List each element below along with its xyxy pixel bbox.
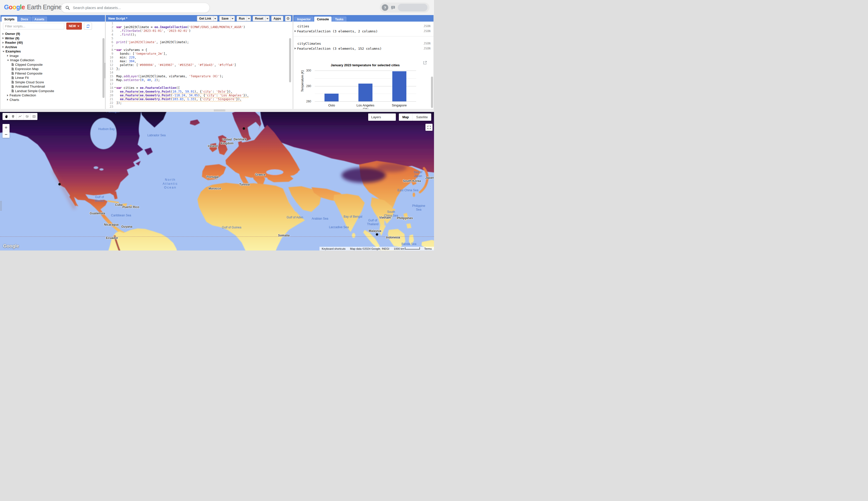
pan-hand-tool[interactable] bbox=[2, 113, 10, 120]
expand-arrow-icon[interactable] bbox=[7, 99, 8, 101]
tree-item-filtered-composite[interactable]: Filtered Composite bbox=[0, 71, 103, 76]
tree-item-image-collection[interactable]: Image Collection bbox=[0, 58, 103, 63]
console-collection-node[interactable]: FeatureCollection (3 elements, 2 columns… bbox=[293, 29, 433, 34]
tree-item-linear-fit[interactable]: Linear Fit bbox=[0, 76, 103, 80]
run-button[interactable]: Run bbox=[237, 16, 251, 21]
expand-arrow-icon[interactable] bbox=[7, 55, 8, 57]
console-scrollbar[interactable] bbox=[431, 76, 433, 108]
logo-letter: G bbox=[4, 3, 9, 11]
code-editor[interactable]: 12var jan2023Climate = ee.ImageCollectio… bbox=[106, 22, 290, 109]
json-badge[interactable]: JSON bbox=[423, 24, 430, 28]
bar-los-angeles[interactable] bbox=[358, 84, 373, 102]
google-map-watermark[interactable]: Google bbox=[3, 244, 19, 249]
layers-button[interactable]: Layers bbox=[368, 114, 396, 121]
code-line-15: 15Map.addLayer(jan2023Climate, visParams… bbox=[106, 75, 290, 78]
dropdown-caret[interactable] bbox=[231, 16, 234, 21]
map-resize-divider[interactable] bbox=[0, 109, 434, 112]
code-fold-icon[interactable] bbox=[114, 49, 116, 50]
json-badge[interactable]: JSON bbox=[423, 42, 430, 45]
scale-bar bbox=[405, 247, 420, 249]
equator-line bbox=[0, 236, 434, 237]
map-type-map[interactable]: Map bbox=[399, 114, 412, 121]
map-canvas[interactable]: PassagesHudson BayLabrador SeaNorth Atla… bbox=[0, 112, 434, 250]
refresh-scripts-button[interactable] bbox=[84, 23, 92, 30]
tab-tasks[interactable]: Tasks bbox=[332, 17, 346, 22]
polygon-tool[interactable] bbox=[24, 113, 31, 120]
tree-item-charts[interactable]: Charts bbox=[0, 98, 103, 102]
rectangle-tool[interactable] bbox=[31, 113, 38, 120]
expand-arrow-icon[interactable] bbox=[295, 30, 296, 32]
logo-letter: e bbox=[22, 3, 25, 11]
expand-arrow-icon[interactable] bbox=[2, 37, 4, 39]
expand-arrow-icon[interactable] bbox=[295, 47, 296, 50]
tree-item-feature-collection[interactable]: Feature Collection bbox=[0, 93, 103, 98]
tree-item-reader-40-[interactable]: Reader (40) bbox=[0, 40, 103, 45]
expand-arrow-icon[interactable] bbox=[2, 42, 4, 44]
tree-item-simple-cloud-score[interactable]: Simple Cloud Score bbox=[0, 80, 103, 85]
temperature-map-layer bbox=[0, 112, 434, 250]
placemark-tool[interactable] bbox=[10, 113, 17, 120]
feedback-icon[interactable] bbox=[391, 6, 395, 10]
bar-oslo[interactable] bbox=[324, 94, 338, 102]
collapse-arrow-icon[interactable] bbox=[2, 51, 4, 52]
zoom-out-button[interactable]: − bbox=[2, 131, 10, 138]
map-resize-handle[interactable] bbox=[214, 109, 225, 111]
geometry-drawing-toolbar bbox=[2, 113, 38, 120]
tree-item-writer-9-[interactable]: Writer (9) bbox=[0, 36, 103, 41]
dropdown-caret[interactable] bbox=[265, 16, 269, 21]
terms-link[interactable]: Terms bbox=[422, 247, 434, 250]
json-badge[interactable]: JSON bbox=[423, 29, 430, 33]
help-icon[interactable]: ? bbox=[382, 4, 388, 11]
search-input[interactable]: Search places and datasets... bbox=[61, 3, 210, 13]
fullscreen-button[interactable] bbox=[426, 124, 432, 131]
settings-gear-icon[interactable]: ⚙ bbox=[285, 16, 291, 21]
tab-docs[interactable]: Docs bbox=[18, 17, 31, 22]
file-icon bbox=[12, 85, 14, 88]
tab-console[interactable]: Console bbox=[314, 17, 332, 22]
tab-assets[interactable]: Assets bbox=[32, 17, 47, 22]
bar-singapore[interactable] bbox=[392, 71, 406, 102]
console-collection-node[interactable]: FeatureCollection (3 elements, 152 colum… bbox=[293, 46, 433, 51]
tab-scripts[interactable]: Scripts bbox=[1, 17, 17, 22]
json-badge[interactable]: JSON bbox=[423, 47, 430, 50]
chart-title: January 2023 temperature for selected ci… bbox=[314, 63, 416, 67]
filter-scripts-input[interactable] bbox=[3, 23, 64, 29]
collapse-arrow-icon[interactable] bbox=[7, 60, 9, 61]
expand-arrow-icon[interactable] bbox=[2, 33, 4, 35]
expand-arrow-icon[interactable] bbox=[7, 94, 8, 96]
button-label: Reset bbox=[253, 17, 265, 20]
tree-item-landsat-simple-composite[interactable]: Landsat Simple Composite bbox=[0, 89, 103, 93]
save-button[interactable]: Save bbox=[219, 16, 235, 21]
button-label: Save bbox=[220, 17, 231, 20]
tab-inspector[interactable]: Inspector bbox=[294, 17, 313, 22]
new-script-button[interactable]: NEW bbox=[66, 23, 82, 30]
tree-item-clipped-composite[interactable]: Clipped Composite bbox=[0, 63, 103, 67]
tree-item-image[interactable]: Image bbox=[0, 54, 103, 58]
google-earth-engine-logo[interactable]: GoogleEarth Engine bbox=[4, 3, 62, 11]
tree-item-expression-map[interactable]: Expression Map bbox=[0, 67, 103, 71]
tree-item-archive[interactable]: Archive bbox=[0, 45, 103, 50]
map-left-resize-handle[interactable] bbox=[0, 201, 2, 211]
tree-item-examples[interactable]: Examples bbox=[0, 49, 103, 54]
get-link-button[interactable]: Get Link bbox=[197, 16, 218, 21]
tree-item-animated-thumbnail[interactable]: Animated Thumbnail bbox=[0, 84, 103, 89]
apps-button[interactable]: Apps bbox=[271, 16, 283, 21]
reset-button[interactable]: Reset bbox=[253, 16, 270, 21]
open-chart-external-icon[interactable] bbox=[423, 61, 427, 65]
map-type-satellite[interactable]: Satellite bbox=[412, 114, 431, 121]
code-line-10: 10 min: 229, bbox=[106, 56, 290, 60]
code-line-2: 2var jan2023Climate = ee.ImageCollection… bbox=[106, 25, 290, 29]
account-button[interactable] bbox=[398, 4, 428, 11]
code-fold-icon[interactable] bbox=[114, 87, 116, 88]
editor-scrollbar[interactable] bbox=[289, 38, 291, 82]
tree-item-owner-9-[interactable]: Owner (9) bbox=[0, 32, 103, 36]
code-line-13: 13}; bbox=[106, 67, 290, 71]
polyline-tool[interactable] bbox=[17, 113, 24, 120]
search-icon bbox=[65, 6, 70, 10]
dropdown-caret[interactable] bbox=[213, 16, 217, 21]
zoom-in-button[interactable]: + bbox=[2, 124, 10, 131]
keyboard-shortcuts-link[interactable]: Keyboard shortcuts bbox=[320, 247, 348, 250]
expand-arrow-icon[interactable] bbox=[2, 46, 4, 48]
code-line-4: 4 .first(); bbox=[106, 33, 290, 37]
dropdown-caret[interactable] bbox=[247, 16, 251, 21]
